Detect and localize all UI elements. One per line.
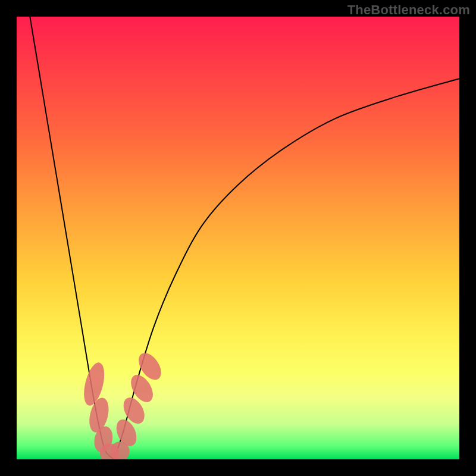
marker-group xyxy=(80,349,166,459)
chart-frame: TheBottleneck.com xyxy=(0,0,476,476)
chart-svg xyxy=(17,17,459,459)
chart-plot-area xyxy=(17,17,459,459)
attribution-label: TheBottleneck.com xyxy=(347,2,470,18)
